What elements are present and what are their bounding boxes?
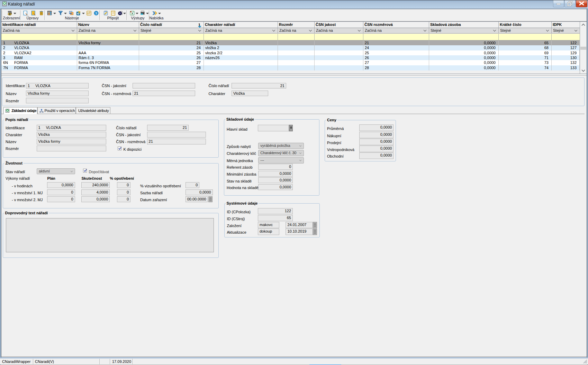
- svg-text:X: X: [131, 12, 133, 15]
- svg-text:?: ?: [95, 11, 97, 15]
